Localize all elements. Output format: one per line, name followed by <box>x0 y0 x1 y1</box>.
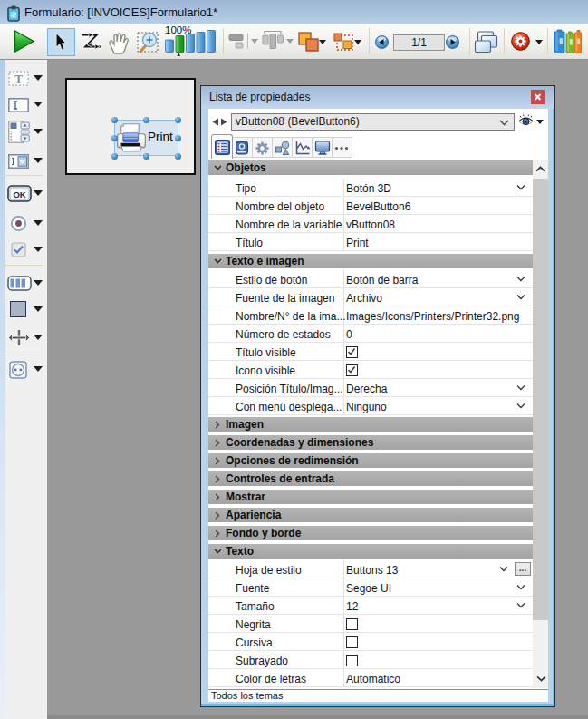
svg-text:OK: OK <box>13 189 25 199</box>
svg-text:T: T <box>14 72 23 85</box>
